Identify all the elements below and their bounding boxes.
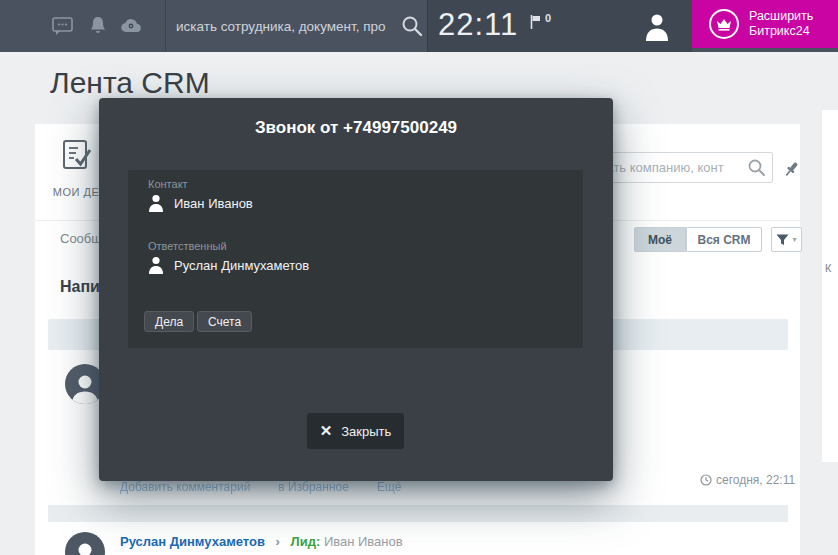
contact-label: Контакт	[148, 178, 188, 190]
call-modal-title: Звонок от +74997500249	[99, 118, 613, 138]
composer-title: Напи	[60, 278, 100, 296]
crm-search-input[interactable]	[594, 160, 747, 175]
messages-tab-label[interactable]: Сообщ	[60, 231, 102, 246]
upgrade-button-label: Расширить Битрикс24	[749, 9, 813, 39]
post-timestamp: сегодня, 22:11	[700, 473, 795, 487]
pin-icon[interactable]	[783, 160, 800, 182]
right-sidebar-column	[822, 110, 838, 462]
close-button-label: Закрыть	[341, 424, 391, 439]
more-link[interactable]: Ещё	[377, 480, 402, 494]
incoming-call-modal: Звонок от +74997500249 Контакт Иван Иван…	[99, 98, 613, 481]
responsible-row[interactable]: Руслан Динмухаметов	[148, 256, 309, 274]
chevron-down-icon: ▾	[792, 235, 796, 244]
add-to-favorites-link[interactable]: в Избранное	[278, 480, 349, 494]
crown-icon	[709, 9, 739, 39]
flag-icon[interactable]	[530, 15, 541, 33]
contact-name: Иван Иванов	[174, 196, 253, 211]
topbar-divider	[165, 0, 166, 52]
page-title: Лента CRM	[50, 66, 210, 100]
lead-label[interactable]: Лид:	[291, 534, 321, 549]
chat-bubble-icon[interactable]	[52, 16, 73, 40]
crm-scope-toggle: Моё Вся CRM	[634, 227, 762, 252]
post-timestamp-text: сегодня, 22:11	[716, 473, 795, 487]
funnel-icon	[776, 234, 789, 246]
crm-search-box	[585, 152, 773, 183]
search-icon[interactable]	[747, 158, 766, 177]
topbar-divider	[427, 0, 428, 52]
tasks-checklist-icon	[59, 158, 93, 175]
feed-entry	[65, 532, 105, 555]
upgrade-bitrix24-button[interactable]: Расширить Битрикс24	[692, 0, 838, 48]
scope-mine-button[interactable]: Моё	[634, 227, 686, 252]
post-action-links: Добавить комментарий в Избранное Ещё	[120, 480, 401, 494]
contact-row[interactable]: Иван Иванов	[148, 194, 253, 212]
feed-section-band	[48, 505, 788, 522]
scope-all-crm-button[interactable]: Вся CRM	[686, 227, 762, 252]
clock-icon	[700, 474, 712, 486]
responsible-name: Руслан Динмухаметов	[174, 258, 309, 273]
topbar-clock[interactable]: 22:11	[438, 7, 518, 43]
close-icon: ✕	[320, 422, 333, 440]
feed-entry-avatar[interactable]	[65, 532, 105, 555]
filter-button[interactable]: ▾	[771, 227, 802, 252]
invoices-button[interactable]: Счета	[197, 311, 252, 332]
top-bar: 22:11 0 Расширить Битрикс24	[0, 0, 838, 52]
close-button[interactable]: ✕ Закрыть	[307, 413, 404, 449]
flag-counter: 0	[545, 12, 551, 24]
person-icon	[148, 194, 164, 212]
right-sidebar-text: К	[825, 262, 831, 274]
user-avatar-icon[interactable]	[642, 11, 672, 45]
feed-entry-header: Руслан Динмухаметов › Лид: Иван Иванов	[120, 534, 403, 549]
add-comment-link[interactable]: Добавить комментарий	[120, 480, 250, 494]
global-search-input[interactable]	[176, 19, 396, 34]
person-icon	[148, 256, 164, 274]
responsible-label: Ответственный	[148, 240, 227, 252]
bell-icon[interactable]	[89, 15, 107, 40]
deals-button[interactable]: Дела	[144, 311, 194, 332]
chevron-right-icon: ›	[276, 534, 280, 549]
search-icon[interactable]	[400, 14, 424, 38]
feed-author-link[interactable]: Руслан Динмухаметов	[120, 534, 265, 549]
lead-name: Иван Иванов	[324, 534, 403, 549]
cloud-icon[interactable]	[120, 17, 142, 38]
call-info-panel: Контакт Иван Иванов Ответственный Руслан…	[128, 170, 583, 348]
global-search	[176, 0, 424, 52]
